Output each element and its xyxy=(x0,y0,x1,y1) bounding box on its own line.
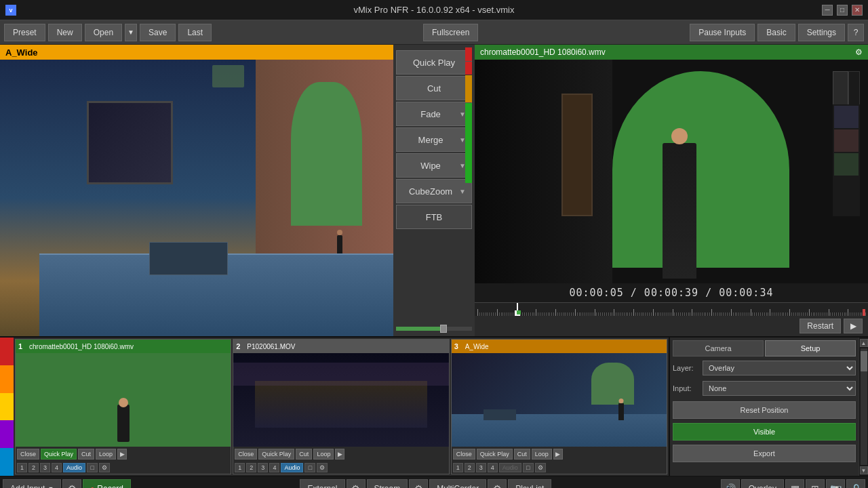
last-button[interactable]: Last xyxy=(178,24,212,41)
help-button[interactable]: ? xyxy=(848,24,864,41)
quick-play-button[interactable]: Quick Play xyxy=(396,50,472,75)
setup-tab[interactable]: Setup xyxy=(765,340,856,357)
input-1-more-icon[interactable]: ▶ xyxy=(117,449,127,460)
cubezoom-button[interactable]: CubeZoom ▼ xyxy=(396,179,472,203)
input-1-thumb[interactable] xyxy=(16,353,231,447)
multicorder-button[interactable]: MultiCorder xyxy=(429,479,486,489)
input-1-tab-1[interactable]: 1 xyxy=(17,463,27,472)
layer-select[interactable]: Overlay xyxy=(703,361,856,375)
ftb-button[interactable]: FTB xyxy=(396,205,472,229)
color-strip-yellow[interactable] xyxy=(0,393,14,421)
input-3-tab-1[interactable]: 1 xyxy=(453,463,463,472)
input-2-cut[interactable]: Cut xyxy=(296,449,312,460)
camera-tab[interactable]: Camera xyxy=(673,340,764,357)
input-3-quickplay[interactable]: Quick Play xyxy=(477,449,513,460)
input-2-tab-1[interactable]: 1 xyxy=(235,463,245,472)
input-1-tab-4[interactable]: 4 xyxy=(52,463,62,472)
window-controls[interactable]: ─ □ ✕ xyxy=(822,5,863,16)
audio-icon[interactable]: 🔊 xyxy=(721,479,740,489)
play-button[interactable]: ▶ xyxy=(844,319,863,333)
add-input-button[interactable]: Add Input ▼ xyxy=(3,479,61,489)
input-1-monitor-icon[interactable]: □ xyxy=(87,463,98,472)
input-3-tab-4[interactable]: 4 xyxy=(488,463,498,472)
input-2-close[interactable]: Close xyxy=(235,449,257,460)
visible-button[interactable]: Visible xyxy=(673,423,856,441)
fade-label: Fade xyxy=(402,109,459,119)
input-2-settings-icon[interactable]: ⚙ xyxy=(317,463,328,472)
input-2-monitor-icon[interactable]: □ xyxy=(304,463,315,472)
output-settings-icon[interactable]: ⚙ xyxy=(855,47,863,57)
input-3-monitor-icon[interactable]: □ xyxy=(523,463,534,472)
reset-position-button[interactable]: Reset Position xyxy=(673,401,856,419)
input-1-settings-icon[interactable]: ⚙ xyxy=(99,463,110,472)
minimize-button[interactable]: ─ xyxy=(822,5,833,16)
volume-thumb[interactable] xyxy=(440,325,447,333)
scroll-track[interactable] xyxy=(861,348,867,465)
grid-icon[interactable]: ⊞ xyxy=(806,479,825,489)
stream-settings-icon[interactable]: ⚙ xyxy=(409,479,428,489)
input-1-tab-3[interactable]: 3 xyxy=(40,463,50,472)
preset-button[interactable]: Preset xyxy=(4,24,45,41)
input-1-tab-audio[interactable]: Audio xyxy=(63,463,85,472)
merge-button[interactable]: Merge ▼ xyxy=(396,127,472,152)
stream-button[interactable]: Stream xyxy=(367,479,408,489)
color-strip-red[interactable] xyxy=(0,338,14,365)
color-strip-orange[interactable] xyxy=(0,365,14,393)
external-settings-icon[interactable]: ⚙ xyxy=(347,479,366,489)
output-timeline[interactable]: // Inline tick generation would go here,… xyxy=(475,302,868,316)
input-3-tab-2[interactable]: 2 xyxy=(465,463,475,472)
input-3-loop[interactable]: Loop xyxy=(532,449,552,460)
input-3-more-icon[interactable]: ▶ xyxy=(553,449,563,460)
input-2-more-icon[interactable]: ▶ xyxy=(335,449,344,460)
scroll-up[interactable]: ▲ xyxy=(860,339,868,347)
open-button[interactable]: Open xyxy=(85,24,122,41)
color-strip-purple[interactable] xyxy=(0,420,14,448)
basic-button[interactable]: Basic xyxy=(757,24,795,41)
external-button[interactable]: External xyxy=(300,479,344,489)
input-1-close[interactable]: Close xyxy=(17,449,39,460)
input-2-tab-2[interactable]: 2 xyxy=(246,463,256,472)
input-2-loop[interactable]: Loop xyxy=(313,449,334,460)
input-1-loop[interactable]: Loop xyxy=(96,449,116,460)
input-3-tab-3[interactable]: 3 xyxy=(476,463,486,472)
fade-button[interactable]: Fade ▼ xyxy=(396,102,472,126)
input-1-tab-2[interactable]: 2 xyxy=(28,463,39,472)
input-2-tab-audio[interactable]: Audio xyxy=(281,463,303,472)
input-3-cut[interactable]: Cut xyxy=(514,449,530,460)
scroll-down[interactable]: ▼ xyxy=(860,466,868,474)
input-1-quickplay[interactable]: Quick Play xyxy=(41,449,77,460)
input-3-tab-audio[interactable]: Audio xyxy=(499,463,521,472)
input-3-thumb[interactable] xyxy=(452,353,667,447)
playlist-button[interactable]: PlayList xyxy=(508,479,551,489)
bars-icon[interactable]: ▦ xyxy=(785,479,804,489)
restart-button[interactable]: Restart xyxy=(800,319,841,333)
cut-button[interactable]: Cut xyxy=(396,76,472,100)
input-select[interactable]: None xyxy=(703,381,856,396)
save-button[interactable]: Save xyxy=(140,24,176,41)
fullscreen-button[interactable]: Fullscreen xyxy=(423,24,478,41)
maximize-button[interactable]: □ xyxy=(837,5,848,16)
input-2-thumb[interactable] xyxy=(233,353,448,447)
color-strip-blue[interactable] xyxy=(0,448,14,476)
input-2-tab-4[interactable]: 4 xyxy=(269,463,279,472)
lock-icon[interactable]: 🔒 xyxy=(846,479,865,489)
volume-track[interactable] xyxy=(396,327,472,331)
record-button[interactable]: ● Record xyxy=(83,479,131,489)
add-input-settings-icon[interactable]: ⚙ xyxy=(62,479,81,489)
scroll-thumb[interactable] xyxy=(861,351,867,371)
pause-inputs-button[interactable]: Pause Inputs xyxy=(690,24,755,41)
overlay-button[interactable]: Overlay xyxy=(741,479,784,489)
input-1-cut[interactable]: Cut xyxy=(78,449,94,460)
multicorder-settings-icon[interactable]: ⚙ xyxy=(488,479,507,489)
input-3-settings-icon[interactable]: ⚙ xyxy=(535,463,546,472)
new-button[interactable]: New xyxy=(48,24,82,41)
wipe-button[interactable]: Wipe ▼ xyxy=(396,153,472,178)
input-3-close[interactable]: Close xyxy=(453,449,475,460)
input-2-quickplay[interactable]: Quick Play xyxy=(258,449,294,460)
open-dropdown[interactable]: ▼ xyxy=(125,24,137,41)
settings-button[interactable]: Settings xyxy=(798,24,845,41)
export-button[interactable]: Export xyxy=(673,445,856,462)
input-2-tab-3[interactable]: 3 xyxy=(258,463,268,472)
close-button[interactable]: ✕ xyxy=(852,5,863,16)
camera-icon[interactable]: 📷 xyxy=(826,479,845,489)
